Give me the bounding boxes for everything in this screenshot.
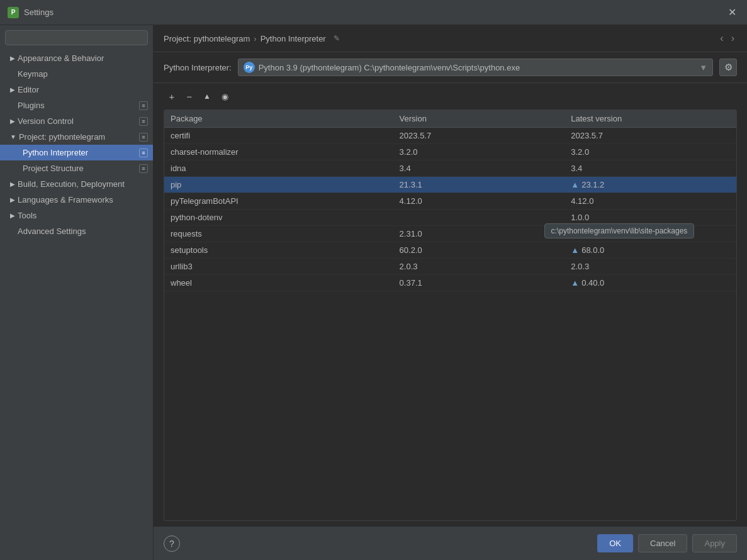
interpreter-label: Python Interpreter: [164,63,232,72]
content-area: Project: pythontelegram › Python Interpr… [154,25,747,560]
sidebar-item-project[interactable]: ▼ Project: pythontelegram ≡ [0,129,153,145]
add-package-button[interactable]: + [164,88,180,104]
main-layout: ▶ Appearance & Behavior Keymap ▶ Editor … [0,25,747,560]
sidebar-item-tools[interactable]: ▶ Tools [0,208,153,223]
table-row[interactable]: wheel0.37.1▲0.40.0 [164,275,736,291]
package-latest-version: 1.0.0 [564,210,736,226]
py-icon: ≡ [139,148,148,157]
navigation-arrows: ‹ › [717,31,737,45]
show-details-button[interactable]: ◉ [216,88,233,104]
package-version: 2.0.3 [393,259,565,275]
title-bar: P Settings ✕ [0,0,747,25]
sidebar-item-label: Build, Execution, Deployment [18,179,125,189]
package-name: urllib3 [164,259,393,275]
edit-icon[interactable]: ✎ [334,34,340,43]
sidebar-item-label: Editor [18,85,39,94]
sidebar-item-build[interactable]: ▶ Build, Execution, Deployment [0,176,153,192]
plugin-icon: ≡ [139,101,148,110]
interpreter-settings-button[interactable]: ⚙ [719,59,737,76]
update-arrow-icon: ▲ [571,278,579,288]
package-name: pyTelegramBotAPI [164,193,393,210]
close-button[interactable]: ✕ [724,5,739,20]
breadcrumb-page: Python Interpreter [261,34,326,43]
sidebar-item-editor[interactable]: ▶ Editor [0,82,153,98]
package-version: 3.2.0 [393,144,565,160]
package-name: idna [164,160,393,177]
package-name: requests [164,226,393,242]
up-package-button[interactable]: ▲ [199,88,215,104]
nav-forward-button[interactable]: › [729,31,737,45]
sidebar-item-label: Python Interpreter [23,148,88,157]
package-latest-version: ▲68.0.0 [564,242,736,259]
dropdown-arrow-icon: ▼ [699,63,707,72]
sidebar-item-advanced-settings[interactable]: Advanced Settings [0,223,153,239]
table-row[interactable]: python-dotenvc:\pythontelegram\venv\lib\… [164,210,736,226]
sidebar-item-project-structure[interactable]: Project Structure ≡ [0,160,153,176]
structure-icon: ≡ [139,164,148,173]
sidebar-item-languages[interactable]: ▶ Languages & Frameworks [0,192,153,208]
sidebar-item-label: Project: pythontelegram [19,132,105,142]
interpreter-bar: Python Interpreter: Py Python 3.9 (pytho… [154,52,747,83]
arrow-icon: ▼ [10,133,16,140]
arrow-icon: ▶ [10,118,15,125]
search-input[interactable] [5,30,148,45]
package-latest-version: 3.4 [564,160,736,177]
table-row[interactable]: pyTelegramBotAPI4.12.04.12.0 [164,193,736,210]
sidebar-item-appearance[interactable]: ▶ Appearance & Behavior [0,50,153,66]
package-version: 0.37.1 [393,275,565,291]
breadcrumb-project: Project: pythontelegram [164,34,250,43]
package-latest-version: 4.12.0 [564,193,736,210]
table-row[interactable]: requests2.31.02.31.0 [164,226,736,242]
table-row[interactable]: setuptools60.2.0▲68.0.0 [164,242,736,259]
sidebar-item-label: Advanced Settings [18,227,86,236]
project-icon: ≡ [139,133,148,142]
sidebar-item-label: Plugins [18,101,45,110]
bottom-bar: ? OK Cancel Apply [154,526,747,560]
remove-package-button[interactable]: − [181,88,198,104]
table-row[interactable]: charset-normalizer3.2.03.2.0 [164,144,736,160]
nav-back-button[interactable]: ‹ [717,31,726,45]
column-header-package: Package [164,110,393,128]
package-latest-version: 2.0.3 [564,259,736,275]
sidebar-item-keymap[interactable]: Keymap [0,66,153,82]
package-name: pip [164,177,393,193]
sidebar: ▶ Appearance & Behavior Keymap ▶ Editor … [0,25,154,560]
breadcrumb-separator: › [254,34,256,43]
table-row[interactable]: pip21.3.1▲23.1.2 [164,177,736,193]
package-latest-version: ▲23.1.2 [564,177,736,193]
package-latest-version: 3.2.0 [564,144,736,160]
window-title: Settings [24,8,53,17]
arrow-icon: ▶ [10,181,15,188]
interpreter-value: Python 3.9 (pythontelegram) C:\pythontel… [259,63,694,72]
package-latest-version: 2.31.0 [564,226,736,242]
update-arrow-icon: ▲ [571,180,579,189]
app-icon: P [8,7,19,18]
help-button[interactable]: ? [164,535,180,552]
package-version: 60.2.0 [393,242,565,259]
sidebar-item-python-interpreter[interactable]: Python Interpreter ≡ [0,145,153,160]
table-row[interactable]: idna3.43.4 [164,160,736,177]
ok-button[interactable]: OK [597,534,633,552]
package-name: python-dotenv [164,210,393,226]
arrow-icon: ▶ [10,86,15,93]
package-toolbar: + − ▲ ◉ [154,83,747,109]
package-table-container: Package Version Latest version certifi20… [164,109,737,521]
breadcrumb: Project: pythontelegram › Python Interpr… [164,34,340,43]
apply-button[interactable]: Apply [692,534,737,552]
sidebar-item-version-control[interactable]: ▶ Version Control ≡ [0,113,153,129]
package-latest-version: 2023.5.7 [564,128,736,144]
package-name: wheel [164,275,393,291]
package-latest-version: ▲0.40.0 [564,275,736,291]
table-row[interactable]: urllib32.0.32.0.3 [164,259,736,275]
table-row[interactable]: certifi2023.5.72023.5.7 [164,128,736,144]
sidebar-item-label: Languages & Frameworks [18,195,113,204]
sidebar-item-plugins[interactable]: Plugins ≡ [0,98,153,113]
package-name: setuptools [164,242,393,259]
package-table: Package Version Latest version certifi20… [164,110,736,291]
cancel-button[interactable]: Cancel [638,534,687,552]
interpreter-dropdown[interactable]: Py Python 3.9 (pythontelegram) C:\python… [238,59,713,76]
package-name: certifi [164,128,393,144]
content-header: Project: pythontelegram › Python Interpr… [154,25,747,52]
column-header-version: Version [393,110,565,128]
sidebar-item-label: Tools [18,211,37,220]
